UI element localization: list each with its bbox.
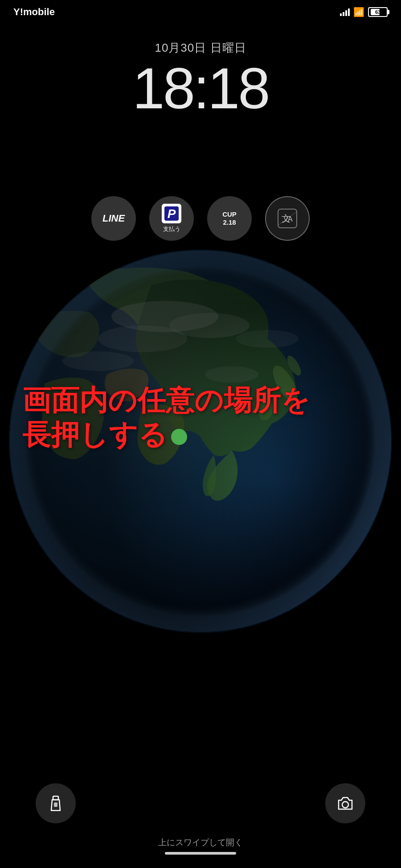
signal-icon: [340, 8, 350, 16]
pay-icon: P: [162, 204, 181, 223]
annotation-dot: [171, 429, 187, 445]
translate-widget[interactable]: 文 A: [265, 196, 310, 241]
camera-button[interactable]: [325, 783, 365, 823]
pay-label: 支払う: [163, 225, 180, 233]
svg-point-21: [342, 802, 348, 808]
cup-text: CUP 2.18: [222, 210, 237, 226]
svg-text:P: P: [168, 207, 176, 221]
annotation-line1: 画面内の任意の場所を: [22, 383, 310, 418]
pay-widget[interactable]: P 支払う: [149, 196, 194, 241]
cup-widget[interactable]: CUP 2.18: [207, 196, 252, 241]
widget-row: LINE P 支払う CUP 2.18 文 A: [0, 196, 401, 241]
swipe-label: 上にスワイプして開く: [158, 837, 243, 848]
wifi-icon: 📶: [353, 7, 364, 17]
svg-rect-20: [54, 802, 57, 807]
home-indicator: [165, 852, 236, 855]
swipe-hint: 上にスワイプして開く: [0, 837, 401, 855]
annotation-line2: 長押しする: [22, 418, 310, 452]
status-icons: 📶 63: [340, 7, 388, 17]
date-display: 10月30日 日曜日: [155, 40, 246, 56]
camera-icon: [337, 796, 354, 811]
battery-icon: 63: [368, 7, 388, 17]
carrier-label: Y!mobile: [13, 6, 55, 18]
annotation-text: 画面内の任意の場所を 長押しする: [22, 383, 310, 452]
translate-icon: 文 A: [277, 208, 298, 229]
flashlight-icon: [48, 795, 64, 811]
time-display: 18:18: [132, 59, 268, 117]
line-widget[interactable]: LINE: [91, 196, 136, 241]
line-widget-text: LINE: [102, 213, 125, 224]
status-bar: Y!mobile 📶 63: [0, 0, 401, 24]
bottom-controls: [0, 783, 401, 823]
flashlight-button[interactable]: [36, 783, 76, 823]
datetime-area: 10月30日 日曜日 18:18: [0, 40, 401, 117]
